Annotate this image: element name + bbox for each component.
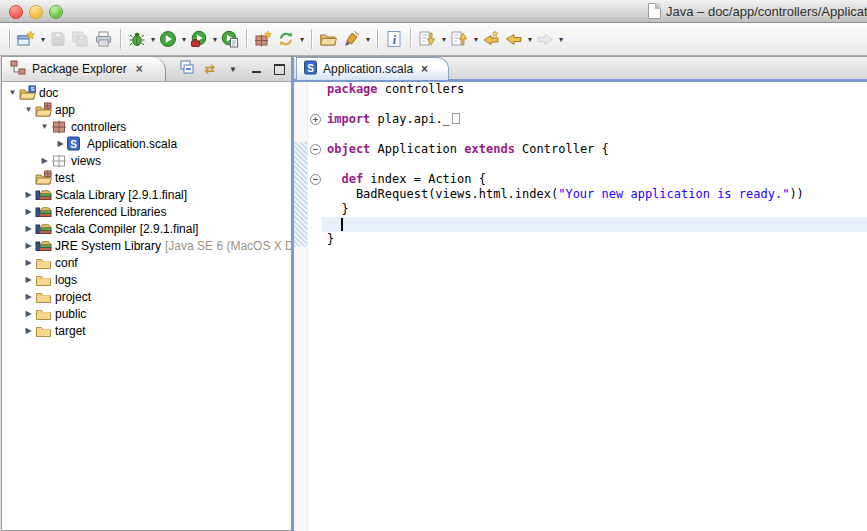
folding-ruler[interactable]: +−−: [307, 82, 323, 531]
tree-item-scala-compiler-2-9-1-final[interactable]: ▶Scala Compiler [2.9.1.final]: [2, 220, 291, 237]
fold-collapse-icon[interactable]: −: [310, 144, 321, 155]
fold-expand-icon[interactable]: +: [310, 114, 321, 125]
tree-item-views[interactable]: ▶views: [2, 152, 291, 169]
source-folder-icon: [35, 102, 52, 118]
tree-item-label: target: [55, 324, 86, 338]
tree-item-scala-library-2-9-1-final[interactable]: ▶Scala Library [2.9.1.final]: [2, 186, 291, 203]
code-line[interactable]: def index = Action {: [322, 172, 867, 187]
code-line[interactable]: BadRequest(views.html.index("Your new ap…: [322, 187, 867, 202]
refresh-dropdown[interactable]: ▾: [298, 35, 306, 44]
run-dropdown[interactable]: ▾: [180, 35, 188, 44]
tree-item-app[interactable]: ▼app: [2, 101, 291, 118]
chevron-collapsed-icon[interactable]: ▶: [54, 139, 67, 148]
run-external-tools-dropdown[interactable]: ▾: [211, 35, 219, 44]
code-text-area[interactable]: package controllersimport play.api._obje…: [322, 82, 867, 531]
chevron-collapsed-icon[interactable]: ▶: [22, 309, 35, 318]
code-line[interactable]: [322, 157, 867, 172]
chevron-collapsed-icon[interactable]: ▶: [22, 292, 35, 301]
collapsed-region-icon[interactable]: [452, 113, 460, 124]
chevron-collapsed-icon[interactable]: ▶: [22, 207, 35, 216]
tree-item-project[interactable]: ▶project: [2, 288, 291, 305]
chevron-collapsed-icon[interactable]: ▶: [22, 326, 35, 335]
next-annotation-dropdown[interactable]: ▾: [440, 35, 448, 44]
previous-annotation-dropdown[interactable]: ▾: [472, 35, 480, 44]
fold-collapse-icon[interactable]: −: [310, 174, 321, 185]
view-menu-button[interactable]: ▼: [225, 61, 241, 77]
code-line[interactable]: object Application extends Controller {: [322, 142, 867, 157]
debug-dropdown[interactable]: ▾: [149, 35, 157, 44]
tree-item-conf[interactable]: ▶conf: [2, 254, 291, 271]
javadoc-button[interactable]: i: [383, 27, 405, 51]
new-wizard-icon: [17, 30, 36, 48]
print-button[interactable]: [92, 27, 115, 51]
chevron-collapsed-icon[interactable]: ▶: [22, 190, 35, 199]
library-icon: [35, 238, 52, 254]
folder-icon: [35, 255, 52, 271]
chevron-collapsed-icon[interactable]: ▶: [22, 258, 35, 267]
tree-item-test[interactable]: test: [2, 169, 291, 186]
search-dropdown[interactable]: ▾: [364, 35, 372, 44]
back-dropdown[interactable]: ▾: [526, 35, 534, 44]
code-text: index = Action {: [363, 172, 486, 186]
refresh-icon: [277, 30, 295, 48]
tree-item-controllers[interactable]: ▼controllers: [2, 118, 291, 135]
new-package-button[interactable]: [252, 27, 275, 51]
title-bar[interactable]: Java – doc/app/controllers/Application.s…: [0, 0, 867, 23]
tree-item-label: Application.scala: [87, 137, 177, 151]
minimize-button[interactable]: [248, 61, 264, 77]
chevron-expanded-icon[interactable]: ▼: [38, 122, 51, 131]
run-button[interactable]: [157, 27, 179, 51]
info-icon: i: [385, 30, 403, 48]
search-button[interactable]: [340, 27, 363, 51]
code-keyword: extends: [464, 142, 515, 156]
previous-annotation-button[interactable]: [448, 27, 471, 51]
tree-item-public[interactable]: ▶public: [2, 305, 291, 322]
tree-item-logs[interactable]: ▶logs: [2, 271, 291, 288]
new-button[interactable]: [15, 27, 38, 51]
tree-item-label: project: [55, 290, 91, 304]
run-external-tools-button[interactable]: [188, 27, 210, 51]
code-line[interactable]: [322, 97, 867, 112]
minimize-window-button[interactable]: [29, 5, 43, 19]
scala-project-icon: S: [19, 85, 36, 101]
code-line[interactable]: [322, 127, 867, 142]
next-annotation-button[interactable]: [416, 27, 439, 51]
link-with-editor-button[interactable]: ⇄: [202, 61, 218, 77]
tree-item-doc[interactable]: ▼Sdoc: [2, 84, 291, 101]
debug-button[interactable]: [126, 27, 148, 51]
close-icon[interactable]: ×: [136, 62, 143, 76]
new-dropdown[interactable]: ▾: [39, 35, 47, 44]
code-line[interactable]: }: [322, 202, 867, 217]
refresh-button[interactable]: [275, 27, 297, 51]
chevron-collapsed-icon[interactable]: ▶: [38, 156, 51, 165]
code-line[interactable]: import play.api._: [322, 112, 867, 127]
chevron-collapsed-icon[interactable]: ▶: [22, 224, 35, 233]
tab-package-explorer[interactable]: Package Explorer ×: [2, 57, 166, 81]
code-line[interactable]: }: [322, 232, 867, 247]
tab-application-scala[interactable]: S Application.scala ×: [296, 57, 449, 80]
back-button[interactable]: [503, 27, 525, 51]
code-line-current[interactable]: [322, 217, 867, 232]
run-file-button[interactable]: [219, 27, 241, 51]
open-resource-button[interactable]: [317, 27, 340, 51]
forward-dropdown[interactable]: ▾: [557, 35, 565, 44]
tree-item-target[interactable]: ▶target: [2, 322, 291, 339]
chevron-collapsed-icon[interactable]: ▶: [22, 275, 35, 284]
chevron-collapsed-icon[interactable]: ▶: [22, 241, 35, 250]
annotation-ruler[interactable]: [294, 82, 307, 531]
new-package-icon: [254, 30, 273, 48]
maximize-button[interactable]: [271, 61, 287, 77]
tree-item-referenced-libraries[interactable]: ▶Referenced Libraries: [2, 203, 291, 220]
code-line[interactable]: package controllers: [322, 82, 867, 97]
tree-item-application-scala[interactable]: ▶SApplication.scala: [2, 135, 291, 152]
close-icon[interactable]: ×: [421, 62, 428, 76]
close-window-button[interactable]: [9, 5, 23, 19]
zoom-window-button[interactable]: [49, 5, 63, 19]
last-edit-location-button[interactable]: [480, 27, 503, 51]
chevron-expanded-icon[interactable]: ▼: [22, 105, 35, 114]
tree-item-jre-system-library[interactable]: ▶JRE System Library[Java SE 6 (MacOS X D…: [2, 237, 291, 254]
eclipse-window: Java – doc/app/controllers/Application.s…: [0, 0, 867, 531]
collapse-all-button[interactable]: [179, 61, 195, 77]
chevron-expanded-icon[interactable]: ▼: [6, 88, 19, 97]
code-text: BadRequest(views.html.index(: [327, 187, 558, 201]
